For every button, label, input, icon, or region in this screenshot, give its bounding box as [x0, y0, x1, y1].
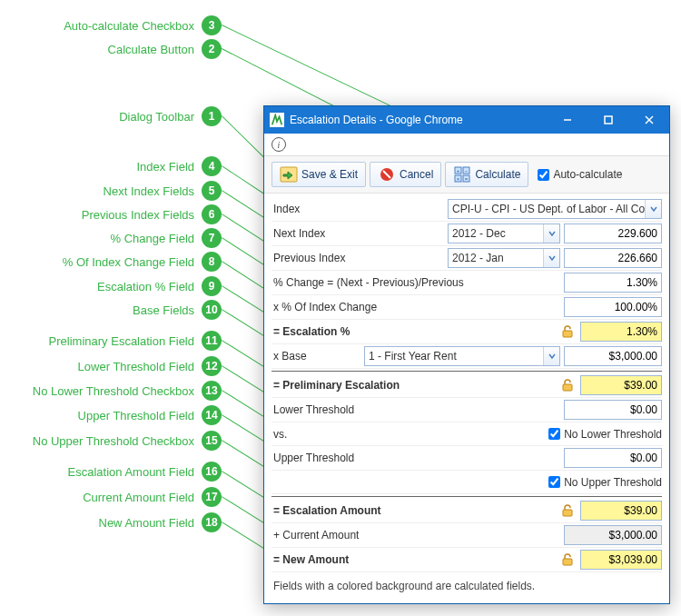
callout-badge: 7: [202, 228, 222, 248]
callout-badge: 4: [202, 156, 222, 176]
callout-10: Base Fields10: [0, 300, 222, 320]
maximize-button[interactable]: [587, 106, 628, 134]
callout-badge: 14: [202, 405, 222, 425]
callout-13: No Lower Threshold Checkbox13: [0, 381, 222, 401]
no-lower-threshold-label: No Lower Threshold: [564, 428, 662, 441]
pct-of-index-change-input[interactable]: [564, 297, 662, 317]
escalation-pct-row: = Escalation %: [271, 320, 662, 344]
save-icon: [280, 166, 298, 183]
svg-rect-17: [563, 510, 572, 516]
preliminary-escalation-row: = Preliminary Escalation: [271, 373, 662, 398]
escalation-amount-row: = Escalation Amount: [271, 499, 662, 523]
svg-text:×: ×: [457, 176, 460, 182]
base-value-input[interactable]: [564, 346, 662, 366]
index-select-value: CPI-U - CPI - US Dept. of Labor - All Co: [449, 203, 645, 215]
pct-change-row: % Change = (Next - Previous)/Previous: [271, 271, 662, 295]
callout-1: Dialog Toolbar1: [0, 106, 222, 126]
lock-icon[interactable]: [560, 378, 575, 392]
info-bar: i: [264, 134, 669, 156]
dialog-toolbar: Save & Exit Cancel +−×= Calculate Auto-c…: [264, 156, 669, 194]
vs-label: vs.: [271, 428, 543, 441]
callout-label: Preliminary Escalation Field: [49, 334, 194, 348]
no-lower-threshold-input[interactable]: [548, 428, 560, 440]
window-title: Escalation Details - Google Chrome: [290, 114, 547, 126]
vs-row: vs. No Lower Threshold: [271, 422, 662, 446]
callout-badge: 2: [202, 39, 222, 59]
previous-index-period-value: 2012 - Jan: [449, 252, 543, 264]
callout-label: % Change Field: [111, 232, 195, 245]
next-index-row: Next Index 2012 - Dec: [271, 222, 662, 246]
pct-of-index-change-row: x % Of Index Change: [271, 295, 662, 320]
lower-threshold-input[interactable]: [564, 400, 662, 420]
auto-calculate-label: Auto-calculate: [553, 168, 622, 181]
minimize-button[interactable]: [547, 106, 587, 134]
callout-label: Dialog Toolbar: [119, 110, 194, 124]
info-icon[interactable]: i: [271, 137, 286, 152]
next-index-period-select[interactable]: 2012 - Dec: [448, 224, 560, 243]
callout-label: Auto-calculate Checkbox: [64, 19, 194, 33]
callout-badge: 16: [202, 462, 222, 482]
previous-index-period-select[interactable]: 2012 - Jan: [448, 248, 560, 268]
previous-index-value-input[interactable]: [564, 248, 662, 268]
separator: [271, 371, 662, 372]
next-index-period-value: 2012 - Dec: [449, 227, 543, 240]
callout-5: Next Index Fields5: [0, 181, 222, 201]
base-select[interactable]: 1 - First Year Rent: [364, 346, 560, 366]
callout-badge: 18: [202, 512, 222, 532]
escalation-pct-label: = Escalation %: [271, 325, 560, 338]
cancel-button[interactable]: Cancel: [370, 162, 441, 187]
no-upper-threshold-checkbox[interactable]: No Upper Threshold: [548, 476, 662, 489]
next-index-value-input[interactable]: [564, 224, 662, 243]
close-button[interactable]: [628, 106, 669, 134]
window-controls: [547, 106, 669, 134]
auto-calculate-checkbox[interactable]: Auto-calculate: [538, 168, 622, 181]
upper-threshold-input[interactable]: [564, 448, 662, 468]
callout-17: Current Amount Field17: [0, 487, 222, 507]
lock-icon[interactable]: [560, 552, 575, 567]
callout-badge: 15: [202, 431, 222, 451]
pct-of-index-change-label: x % Of Index Change: [271, 301, 564, 313]
auto-calculate-input[interactable]: [538, 169, 549, 181]
no-upper-threshold-input[interactable]: [548, 476, 560, 488]
callout-label: % Of Index Change Field: [63, 255, 194, 269]
callout-badge: 6: [202, 204, 222, 224]
callout-label: Upper Threshold Field: [78, 409, 194, 422]
no-upper-threshold-label: No Upper Threshold: [564, 476, 662, 489]
svg-rect-1: [605, 116, 612, 124]
callout-label: Current Amount Field: [83, 491, 194, 504]
lower-threshold-row: Lower Threshold: [271, 398, 662, 422]
index-row: Index CPI-U - CPI - US Dept. of Labor - …: [271, 197, 662, 222]
escalation-pct-input[interactable]: [580, 322, 662, 342]
chevron-down-icon: [543, 249, 559, 267]
preliminary-escalation-label: = Preliminary Escalation: [271, 379, 560, 392]
callout-badge: 10: [202, 300, 222, 320]
escalation-amount-input[interactable]: [580, 501, 662, 521]
upper-threshold-label: Upper Threshold: [271, 452, 564, 464]
callout-16: Escalation Amount Field16: [0, 462, 222, 482]
cancel-label: Cancel: [400, 168, 433, 181]
callout-label: Base Fields: [133, 303, 194, 317]
callout-3: Auto-calculate Checkbox3: [0, 15, 222, 35]
preliminary-escalation-input[interactable]: [580, 375, 662, 395]
titlebar: Escalation Details - Google Chrome: [264, 106, 669, 134]
new-amount-input[interactable]: [580, 550, 662, 570]
callout-badge: 9: [202, 276, 222, 296]
chevron-down-icon: [543, 224, 559, 243]
save-exit-button[interactable]: Save & Exit: [271, 162, 366, 187]
chevron-down-icon: [543, 347, 559, 365]
calculator-icon: +−×=: [453, 166, 471, 183]
callout-badge: 8: [202, 252, 222, 272]
calculate-button[interactable]: +−×= Calculate: [445, 162, 528, 187]
index-label: Index: [271, 203, 448, 215]
lock-icon[interactable]: [560, 503, 575, 518]
form-body: Index CPI-U - CPI - US Dept. of Labor - …: [264, 194, 669, 603]
app-icon: [270, 113, 284, 127]
lock-icon[interactable]: [560, 324, 575, 339]
no-lower-threshold-checkbox[interactable]: No Lower Threshold: [548, 428, 662, 441]
lower-threshold-label: Lower Threshold: [271, 403, 564, 416]
index-select[interactable]: CPI-U - CPI - US Dept. of Labor - All Co: [448, 199, 662, 219]
calculate-label: Calculate: [475, 168, 520, 181]
callout-badge: 1: [202, 106, 222, 126]
callout-7: % Change Field7: [0, 228, 222, 248]
pct-change-input[interactable]: [564, 273, 662, 293]
